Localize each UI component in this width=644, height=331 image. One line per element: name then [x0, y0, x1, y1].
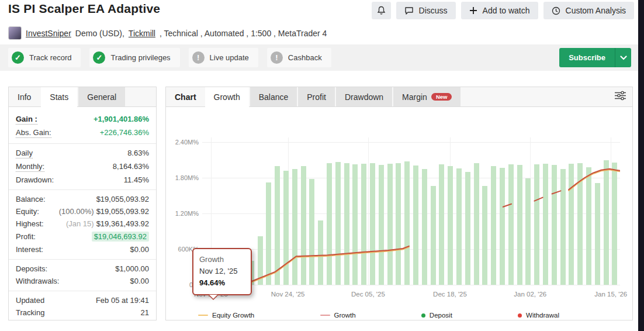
stat-label: Highest:: [16, 219, 44, 228]
stat-row-gain: Gain :+1,901,401.86%: [9, 113, 156, 126]
stat-row-equity: Equity:(100.00%)$19,055,093.92: [9, 205, 156, 218]
gridline-h: [202, 285, 620, 285]
stat-value: $19,046,693.92: [92, 232, 149, 242]
badge-cashback: !Cashback: [267, 48, 331, 67]
stat-value: 8,164.63%: [113, 162, 149, 171]
account-meta-1: Demo (USD),: [75, 29, 124, 38]
stat-section: Balance:$19,055,093.92Equity:(100.00%)$1…: [9, 190, 156, 260]
legend-dot-marker: [421, 313, 425, 318]
stat-label: Monthly:: [16, 162, 44, 172]
badge-label: Trading privileges: [110, 53, 170, 62]
tab-label: Margin: [402, 92, 427, 102]
stat-value: +1,901,401.86%: [94, 115, 149, 123]
stat-label: Updated: [16, 296, 44, 305]
subscribe-button-label[interactable]: Subscribe: [559, 48, 615, 67]
bell-icon: [377, 6, 386, 15]
legend-line-marker: [320, 315, 330, 316]
badge-live-update: !Live update: [189, 48, 258, 67]
stat-value: $19,055,093.92: [96, 195, 149, 204]
discuss-button-label: Discuss: [419, 6, 448, 15]
subscribe-dropdown[interactable]: [615, 48, 631, 67]
add-to-watch-button[interactable]: Add to watch: [461, 2, 538, 19]
tab-general[interactable]: General: [78, 87, 125, 106]
exclamation-icon: !: [271, 51, 283, 64]
sliders-icon: [614, 91, 626, 103]
stat-label: Equity:: [16, 207, 39, 216]
stat-row-withdrawals: Withdrawals:$0.00: [9, 275, 156, 287]
tab-label: Balance: [259, 92, 289, 102]
plus-icon: [469, 6, 477, 15]
stat-section: Daily8.63%Monthly:8,164.63%Drawdown:11.4…: [9, 144, 156, 190]
stat-row-balance: Balance:$19,055,093.92: [9, 193, 156, 205]
stat-row-monthly: Monthly:8,164.63%: [9, 160, 156, 174]
check-icon: ✓: [93, 51, 105, 64]
badge-track-record: ✓Track record: [8, 48, 81, 67]
tab-growth[interactable]: Growth: [205, 87, 249, 106]
legend-item-deposit[interactable]: Deposit: [421, 312, 452, 319]
stat-label: Daily: [16, 149, 33, 158]
badge-label: Track record: [29, 53, 71, 62]
legend-dot-marker: [518, 313, 522, 318]
stat-row-interest: Interest:$0.00: [9, 243, 156, 256]
stat-value: 21: [141, 308, 149, 317]
stat-value: $1,000.00: [115, 264, 149, 273]
account-line: InvestSniper Demo (USD), Tickmill , Tech…: [8, 26, 327, 40]
chart-panel: Chart GrowthBalanceProfitDrawdownMarginN…: [165, 87, 633, 320]
stat-value-prefix: (100.00%): [59, 207, 94, 216]
discuss-button[interactable]: Discuss: [396, 2, 456, 19]
y-axis-label: 2.40M%: [171, 139, 199, 146]
window-edge-strip: [638, 0, 644, 331]
stats-body: Gain :+1,901,401.86%Abs. Gain:+226,746.3…: [9, 107, 156, 322]
stat-value: 8.63%: [127, 149, 149, 157]
legend-label: Growth: [334, 312, 356, 319]
tab-balance[interactable]: Balance: [250, 87, 297, 106]
stat-label: Balance:: [16, 195, 46, 204]
check-icon: ✓: [12, 51, 24, 64]
page-title: IS PI Scalper EA Adaptive: [8, 2, 160, 16]
stat-row-highest: Highest:(Jan 15)$19,361,493.92: [9, 218, 156, 230]
legend-label: Withdrawal: [526, 312, 559, 319]
badge-label: Cashback: [288, 53, 322, 62]
stat-value: (100.00%)$19,055,093.92: [59, 207, 149, 216]
tab-margin[interactable]: MarginNew: [393, 87, 461, 106]
broker-link[interactable]: Tickmill: [129, 29, 155, 38]
tab-drawdown[interactable]: Drawdown: [336, 87, 392, 106]
stat-row-abs-gain: Abs. Gain:+226,746.36%: [9, 126, 156, 140]
user-link[interactable]: InvestSniper: [26, 29, 71, 38]
speech-bubble-icon: [404, 6, 414, 15]
tab-label: Info: [18, 92, 31, 102]
y-axis-label: 1.80M%: [171, 174, 199, 181]
stat-label: Withdrawals:: [16, 277, 59, 285]
clock-icon: [552, 6, 560, 15]
stat-section: UpdatedFeb 05 at 19:41Tracking21: [9, 291, 156, 322]
chart-settings-button[interactable]: [608, 87, 632, 106]
legend-item-equity-growth[interactable]: Equity Growth: [198, 312, 254, 319]
stat-value: 11.45%: [124, 175, 149, 184]
custom-analysis-button[interactable]: Custom Analysis: [543, 2, 634, 19]
tab-label: Drawdown: [345, 92, 383, 102]
legend-label: Equity Growth: [212, 312, 254, 319]
stat-label: Drawdown:: [16, 175, 54, 184]
notifications-button[interactable]: [372, 2, 391, 19]
stat-value: $0.00: [130, 277, 149, 285]
tab-stats[interactable]: Stats: [41, 87, 77, 106]
stat-row-daily: Daily8.63%: [9, 147, 156, 160]
chevron-down-icon: [620, 56, 627, 60]
stat-value: $0.00: [130, 245, 149, 254]
verification-band: ✓Track record✓Trading privileges!Live up…: [0, 44, 638, 71]
tab-profit[interactable]: Profit: [298, 87, 335, 106]
subscribe-button[interactable]: Subscribe: [559, 48, 631, 67]
growth-chart-plot[interactable]: [202, 137, 620, 285]
stat-section: Gain :+1,901,401.86%Abs. Gain:+226,746.3…: [9, 110, 156, 144]
tab-label: Profit: [307, 92, 326, 102]
new-badge: New: [431, 93, 452, 101]
tab-info[interactable]: Info: [9, 87, 40, 106]
stat-row-tracking: Tracking21: [9, 306, 156, 319]
stats-panel-tabs: InfoStatsGeneral: [9, 87, 156, 107]
legend-item-growth[interactable]: Growth: [320, 312, 356, 319]
account-meta-2: , Technical , Automated , 1:500 , MetaTr…: [160, 29, 327, 38]
legend-item-withdrawal[interactable]: Withdrawal: [518, 312, 559, 319]
page: IS PI Scalper EA Adaptive Discuss Add to…: [0, 0, 644, 331]
tab-label: General: [87, 92, 116, 102]
stat-label: Profit:: [16, 232, 36, 241]
